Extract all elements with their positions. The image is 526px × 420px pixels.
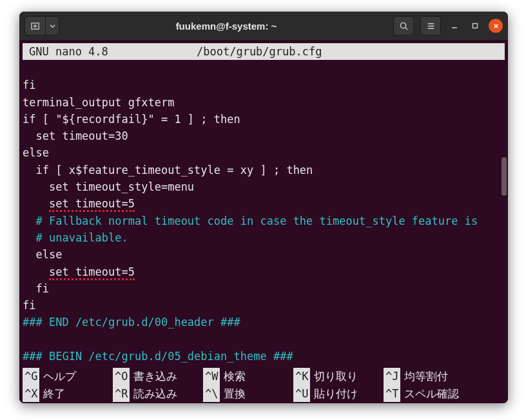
titlebar: fuukemn@f-system: ~ — [19, 12, 508, 40]
new-tab-button[interactable] — [24, 16, 45, 35]
titlebar-right-group — [393, 16, 503, 35]
close-icon — [492, 23, 500, 30]
code-line: fi — [23, 79, 35, 91]
highlighted-line: set timeout=5 — [49, 265, 135, 280]
code-line: set timeout=5 — [23, 265, 135, 280]
code-line: fi — [23, 282, 49, 295]
shortcut-label: ヘルプ — [43, 368, 76, 385]
scrollbar-thumb[interactable] — [502, 157, 507, 196]
nano-app-name: GNU nano 4.8 — [29, 43, 197, 60]
terminal-window: fuukemn@f-system: ~ — [19, 12, 508, 403]
shortcut-row: ^X終了 ^R読み込み ^\置換 ^U貼り付け ^Tスペル確認 — [23, 385, 505, 402]
shortcut-key: ^R — [113, 385, 130, 402]
shortcut-help: ^Gヘルプ — [23, 368, 113, 385]
maximize-button[interactable] — [468, 19, 482, 33]
menu-button[interactable] — [420, 16, 441, 35]
code-line: set timeout=30 — [23, 129, 128, 142]
code-comment: ### END /etc/grub.d/00_header ### — [23, 316, 240, 329]
shortcut-label: 置換 — [224, 385, 246, 402]
close-button[interactable] — [489, 19, 503, 33]
shortcut-key: ^J — [384, 368, 400, 385]
shortcut-writeout: ^O書き込み — [113, 368, 203, 385]
code-comment: ### BEGIN /etc/grub.d/05_debian_theme ##… — [23, 350, 293, 363]
code-line: else — [23, 248, 62, 261]
highlighted-line: set timeout=5 — [49, 197, 135, 212]
editor-content: fi terminal_output gfxterm if [ "${recor… — [19, 60, 508, 365]
shortcut-key: ^\ — [203, 385, 220, 402]
titlebar-left-group — [24, 16, 59, 35]
shortcut-label: 読み込み — [133, 385, 177, 402]
code-line: if [ "${recordfail}" = 1 ] ; then — [23, 113, 240, 126]
code-line: fi — [23, 299, 35, 312]
maximize-icon — [471, 22, 479, 30]
shortcut-label: 均等割付 — [404, 368, 448, 385]
shortcut-key: ^U — [293, 385, 310, 402]
shortcut-label: 貼り付け — [314, 385, 358, 402]
nano-header: GNU nano 4.8 /boot/grub/grub.cfg — [23, 43, 505, 60]
search-icon — [399, 21, 409, 31]
terminal-content[interactable]: GNU nano 4.8 /boot/grub/grub.cfg fi term… — [19, 40, 508, 403]
shortcut-key: ^K — [293, 368, 310, 385]
svg-line-4 — [405, 27, 407, 29]
nano-file-path: /boot/grub/grub.cfg — [197, 43, 322, 60]
code-line: set timeout_style=menu — [23, 180, 194, 193]
shortcut-key: ^W — [203, 368, 220, 385]
code-line: if [ x$feature_timeout_style = xy ] ; th… — [23, 164, 313, 177]
shortcut-label: 検索 — [224, 368, 246, 385]
shortcut-key: ^T — [384, 385, 400, 402]
shortcut-search: ^W検索 — [203, 368, 293, 385]
minimize-button[interactable] — [447, 19, 462, 33]
code-line: set timeout=5 — [23, 197, 135, 212]
nano-shortcuts: ^Gヘルプ ^O書き込み ^W検索 ^K切り取り ^J均等割付 ^X終了 ^R読… — [19, 368, 508, 403]
window-title: fuukemn@f-system: ~ — [64, 21, 388, 32]
shortcut-paste: ^U貼り付け — [293, 385, 384, 402]
svg-rect-9 — [473, 24, 478, 28]
new-tab-icon — [30, 21, 40, 31]
code-line: terminal_output gfxterm — [23, 96, 174, 109]
svg-point-3 — [400, 23, 405, 28]
shortcut-key: ^G — [23, 368, 39, 385]
code-comment: # Fallback normal timeout code in case t… — [23, 215, 478, 227]
shortcut-label: 終了 — [43, 385, 65, 402]
shortcut-label: 切り取り — [314, 368, 358, 385]
shortcut-justify: ^J均等割付 — [384, 368, 474, 385]
shortcut-exit: ^X終了 — [23, 385, 113, 402]
shortcut-label: 書き込み — [133, 368, 177, 385]
minimize-icon — [451, 22, 458, 30]
new-tab-dropdown[interactable] — [45, 16, 59, 35]
shortcut-replace: ^\置換 — [203, 385, 293, 402]
shortcut-spell: ^Tスペル確認 — [384, 385, 474, 402]
shortcut-read: ^R読み込み — [113, 385, 203, 402]
code-comment: # unavailable. — [23, 231, 128, 244]
shortcut-cut: ^K切り取り — [293, 368, 384, 385]
shortcut-label: スペル確認 — [404, 385, 459, 402]
code-line: else — [23, 146, 49, 159]
shortcut-row: ^Gヘルプ ^O書き込み ^W検索 ^K切り取り ^J均等割付 — [23, 368, 505, 385]
chevron-down-icon — [50, 23, 55, 29]
search-button[interactable] — [393, 16, 414, 35]
scrollbar[interactable] — [502, 61, 507, 366]
shortcut-key: ^O — [113, 368, 130, 385]
hamburger-icon — [426, 21, 436, 31]
shortcut-key: ^X — [23, 385, 39, 402]
